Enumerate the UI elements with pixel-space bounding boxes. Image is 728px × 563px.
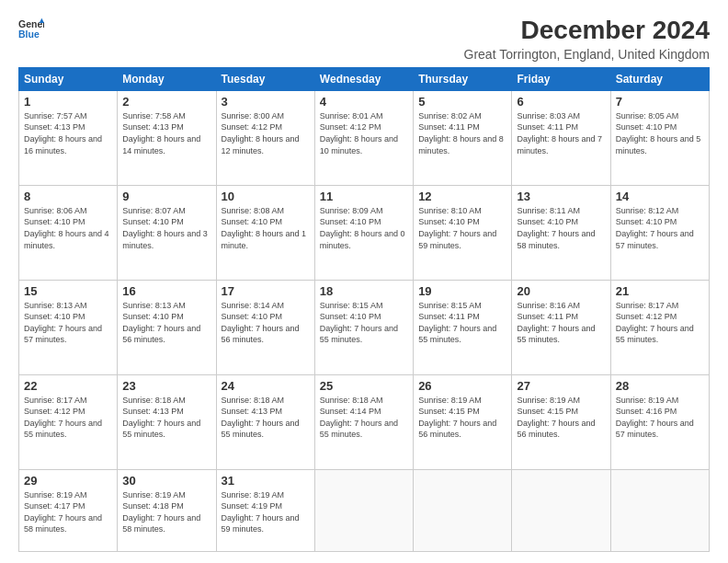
day-info: Sunrise: 8:06 AMSunset: 4:10 PMDaylight:… xyxy=(24,206,109,250)
table-row: 28 Sunrise: 8:19 AMSunset: 4:16 PMDaylig… xyxy=(610,374,709,469)
day-info: Sunrise: 8:03 AMSunset: 4:11 PMDaylight:… xyxy=(517,111,602,155)
table-row: 6 Sunrise: 8:03 AMSunset: 4:11 PMDayligh… xyxy=(512,90,610,185)
table-row: 4 Sunrise: 8:01 AMSunset: 4:12 PMDayligh… xyxy=(314,90,413,185)
table-row: 27 Sunrise: 8:19 AMSunset: 4:15 PMDaylig… xyxy=(512,374,610,469)
table-row: 19 Sunrise: 8:15 AMSunset: 4:11 PMDaylig… xyxy=(414,280,512,374)
day-info: Sunrise: 8:00 AMSunset: 4:12 PMDaylight:… xyxy=(222,111,300,155)
subtitle: Great Torrington, England, United Kingdo… xyxy=(464,47,710,62)
main-title: December 2024 xyxy=(464,17,710,45)
day-number: 26 xyxy=(418,379,506,393)
day-info: Sunrise: 8:19 AMSunset: 4:16 PMDaylight:… xyxy=(616,396,694,440)
day-number: 9 xyxy=(122,190,210,203)
col-sunday: Sunday xyxy=(19,67,118,90)
day-number: 19 xyxy=(418,284,506,298)
day-info: Sunrise: 8:13 AMSunset: 4:10 PMDaylight:… xyxy=(24,301,102,345)
day-info: Sunrise: 8:05 AMSunset: 4:10 PMDaylight:… xyxy=(616,111,701,155)
calendar-header-row: Sunday Monday Tuesday Wednesday Thursday… xyxy=(19,67,710,90)
table-row: 7 Sunrise: 8:05 AMSunset: 4:10 PMDayligh… xyxy=(610,90,709,185)
day-number: 23 xyxy=(122,379,210,393)
col-tuesday: Tuesday xyxy=(216,67,314,90)
table-row: 30 Sunrise: 8:19 AMSunset: 4:18 PMDaylig… xyxy=(118,469,216,551)
day-info: Sunrise: 8:17 AMSunset: 4:12 PMDaylight:… xyxy=(24,396,102,440)
col-wednesday: Wednesday xyxy=(314,67,413,90)
day-number: 27 xyxy=(517,379,605,393)
day-info: Sunrise: 8:19 AMSunset: 4:19 PMDaylight:… xyxy=(222,490,300,534)
day-info: Sunrise: 8:18 AMSunset: 4:13 PMDaylight:… xyxy=(122,396,200,440)
day-info: Sunrise: 8:19 AMSunset: 4:15 PMDaylight:… xyxy=(517,396,595,440)
day-info: Sunrise: 8:13 AMSunset: 4:10 PMDaylight:… xyxy=(122,301,200,345)
day-info: Sunrise: 8:15 AMSunset: 4:11 PMDaylight:… xyxy=(418,301,496,345)
day-info: Sunrise: 8:16 AMSunset: 4:11 PMDaylight:… xyxy=(517,301,595,345)
day-number: 4 xyxy=(320,95,408,109)
table-row xyxy=(610,469,709,551)
day-info: Sunrise: 8:02 AMSunset: 4:11 PMDaylight:… xyxy=(418,111,504,155)
table-row xyxy=(512,469,610,551)
day-number: 24 xyxy=(222,379,310,393)
day-number: 7 xyxy=(616,95,704,109)
day-number: 8 xyxy=(24,190,112,203)
table-row: 9 Sunrise: 8:07 AMSunset: 4:10 PMDayligh… xyxy=(118,185,216,280)
table-row: 24 Sunrise: 8:18 AMSunset: 4:13 PMDaylig… xyxy=(216,374,314,469)
day-info: Sunrise: 8:11 AMSunset: 4:10 PMDaylight:… xyxy=(517,206,595,250)
col-friday: Friday xyxy=(512,67,610,90)
day-number: 5 xyxy=(418,95,506,109)
table-row: 16 Sunrise: 8:13 AMSunset: 4:10 PMDaylig… xyxy=(118,280,216,374)
table-row: 5 Sunrise: 8:02 AMSunset: 4:11 PMDayligh… xyxy=(414,90,512,185)
logo-icon: General Blue xyxy=(18,17,44,42)
day-info: Sunrise: 8:12 AMSunset: 4:10 PMDaylight:… xyxy=(616,206,694,250)
table-row: 20 Sunrise: 8:16 AMSunset: 4:11 PMDaylig… xyxy=(512,280,610,374)
day-number: 10 xyxy=(222,190,310,203)
day-info: Sunrise: 8:08 AMSunset: 4:10 PMDaylight:… xyxy=(222,206,307,250)
day-number: 11 xyxy=(320,190,408,203)
table-row xyxy=(314,469,413,551)
day-number: 21 xyxy=(616,284,704,298)
day-info: Sunrise: 8:07 AMSunset: 4:10 PMDaylight:… xyxy=(122,206,208,250)
day-number: 6 xyxy=(517,95,605,109)
day-info: Sunrise: 8:01 AMSunset: 4:12 PMDaylight:… xyxy=(320,111,398,155)
day-info: Sunrise: 7:58 AMSunset: 4:13 PMDaylight:… xyxy=(122,111,200,155)
day-info: Sunrise: 8:19 AMSunset: 4:18 PMDaylight:… xyxy=(122,490,200,534)
day-info: Sunrise: 8:19 AMSunset: 4:17 PMDaylight:… xyxy=(24,490,102,534)
svg-text:Blue: Blue xyxy=(18,29,40,40)
day-info: Sunrise: 8:18 AMSunset: 4:14 PMDaylight:… xyxy=(320,396,398,440)
day-number: 30 xyxy=(122,474,210,488)
day-number: 17 xyxy=(222,284,310,298)
table-row: 18 Sunrise: 8:15 AMSunset: 4:10 PMDaylig… xyxy=(314,280,413,374)
table-row: 23 Sunrise: 8:18 AMSunset: 4:13 PMDaylig… xyxy=(118,374,216,469)
table-row: 22 Sunrise: 8:17 AMSunset: 4:12 PMDaylig… xyxy=(19,374,118,469)
day-number: 16 xyxy=(122,284,210,298)
table-row: 31 Sunrise: 8:19 AMSunset: 4:19 PMDaylig… xyxy=(216,469,314,551)
table-row: 13 Sunrise: 8:11 AMSunset: 4:10 PMDaylig… xyxy=(512,185,610,280)
table-row: 25 Sunrise: 8:18 AMSunset: 4:14 PMDaylig… xyxy=(314,374,413,469)
day-number: 22 xyxy=(24,379,112,393)
col-monday: Monday xyxy=(118,67,216,90)
table-row: 14 Sunrise: 8:12 AMSunset: 4:10 PMDaylig… xyxy=(610,185,709,280)
table-row: 15 Sunrise: 8:13 AMSunset: 4:10 PMDaylig… xyxy=(19,280,118,374)
title-block: December 2024 Great Torrington, England,… xyxy=(464,17,710,62)
day-info: Sunrise: 8:18 AMSunset: 4:13 PMDaylight:… xyxy=(222,396,300,440)
table-row: 17 Sunrise: 8:14 AMSunset: 4:10 PMDaylig… xyxy=(216,280,314,374)
day-number: 13 xyxy=(517,190,605,203)
day-number: 3 xyxy=(222,95,310,109)
col-saturday: Saturday xyxy=(610,67,709,90)
col-thursday: Thursday xyxy=(414,67,512,90)
header: General Blue December 2024 Great Torring… xyxy=(18,17,710,62)
calendar-table: Sunday Monday Tuesday Wednesday Thursday… xyxy=(18,67,710,552)
day-number: 2 xyxy=(122,95,210,109)
day-info: Sunrise: 8:10 AMSunset: 4:10 PMDaylight:… xyxy=(418,206,496,250)
day-number: 12 xyxy=(418,190,506,203)
table-row: 11 Sunrise: 8:09 AMSunset: 4:10 PMDaylig… xyxy=(314,185,413,280)
day-info: Sunrise: 8:15 AMSunset: 4:10 PMDaylight:… xyxy=(320,301,398,345)
table-row: 8 Sunrise: 8:06 AMSunset: 4:10 PMDayligh… xyxy=(19,185,118,280)
table-row: 3 Sunrise: 8:00 AMSunset: 4:12 PMDayligh… xyxy=(216,90,314,185)
day-number: 29 xyxy=(24,474,112,488)
table-row: 12 Sunrise: 8:10 AMSunset: 4:10 PMDaylig… xyxy=(414,185,512,280)
day-info: Sunrise: 7:57 AMSunset: 4:13 PMDaylight:… xyxy=(24,111,102,155)
table-row: 29 Sunrise: 8:19 AMSunset: 4:17 PMDaylig… xyxy=(19,469,118,551)
table-row: 26 Sunrise: 8:19 AMSunset: 4:15 PMDaylig… xyxy=(414,374,512,469)
day-info: Sunrise: 8:19 AMSunset: 4:15 PMDaylight:… xyxy=(418,396,496,440)
logo: General Blue xyxy=(18,17,44,42)
day-number: 1 xyxy=(24,95,112,109)
day-info: Sunrise: 8:09 AMSunset: 4:10 PMDaylight:… xyxy=(320,206,405,250)
table-row: 2 Sunrise: 7:58 AMSunset: 4:13 PMDayligh… xyxy=(118,90,216,185)
